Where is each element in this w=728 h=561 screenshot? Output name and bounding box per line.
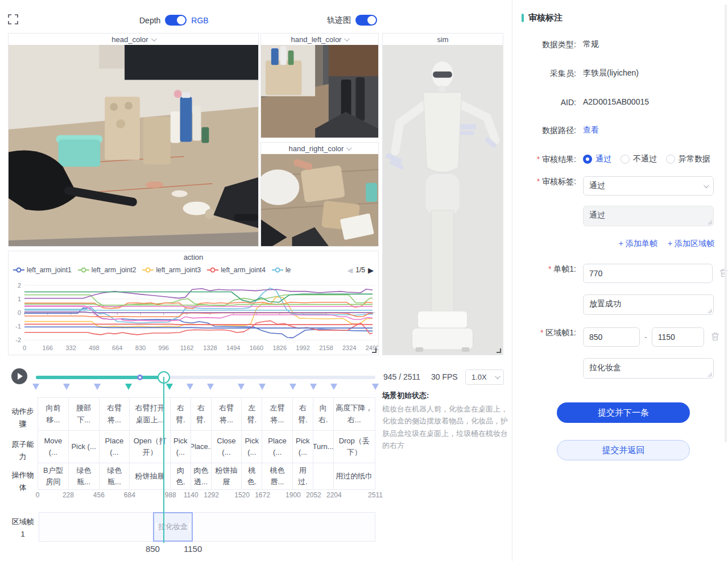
legend-item[interactable]: left_arm_joint1	[13, 266, 72, 274]
region-frame-note[interactable]: 拉化妆盒	[583, 358, 714, 379]
axis-tick-label: 1292	[204, 491, 219, 499]
review-tag-select[interactable]: 通过	[583, 176, 714, 196]
speed-select[interactable]: 1.0X	[465, 369, 504, 385]
segment-marker-icon[interactable]	[125, 384, 132, 390]
segment-marker-icon[interactable]	[207, 384, 214, 390]
segment-marker-icon[interactable]	[63, 384, 70, 390]
legend-prev-icon[interactable]: ◀	[347, 266, 353, 275]
legend-item[interactable]: left_arm_joint2	[78, 266, 136, 274]
add-single-frame-link[interactable]: + 添加单帧	[619, 239, 657, 249]
legend-item[interactable]: left_arm_joint4	[207, 266, 266, 274]
data-path-row: 数据路径: 查看	[522, 125, 728, 136]
segment-marker-icon[interactable]	[259, 384, 266, 390]
table-cell: 粉饼抽屉	[130, 463, 171, 489]
segment-marker-icon[interactable]	[289, 384, 296, 390]
review-tag-note-text: 通过	[589, 210, 605, 219]
table-cell: 绿色瓶...	[69, 463, 100, 489]
table-cell: Pick (...	[69, 431, 100, 463]
radio-option-通过[interactable]: 通过	[583, 154, 611, 164]
radio-icon	[583, 155, 592, 164]
slider-fill	[36, 376, 164, 379]
scrollbar[interactable]	[725, 5, 727, 442]
region-frame-label: 区域帧1:	[522, 327, 576, 338]
segment-marker-icon[interactable]	[310, 384, 317, 390]
radio-option-不通过[interactable]: 不通过	[621, 154, 657, 164]
table-cell: 肉色透...	[191, 463, 212, 489]
segment-marker-icon[interactable]	[187, 384, 193, 390]
segment-marker-icon[interactable]	[166, 384, 173, 390]
trajectory-label: 轨迹图	[327, 15, 351, 26]
depth-rgb-toggle[interactable]	[165, 15, 187, 26]
region-handle-left[interactable]	[156, 523, 157, 531]
viewer-panel: Depth RGB 轨迹图 head_color	[0, 0, 512, 561]
table-row-objects: B户型房间绿色瓶...绿色瓶...粉饼抽屉肉色.肉色透...粉饼抽屉桃色.桃色唇…	[38, 463, 375, 489]
playback-slider[interactable]	[36, 370, 375, 385]
data-type-value: 常规	[583, 39, 599, 49]
table-cell: 用过的纸巾	[334, 463, 375, 489]
legend-item[interactable]: le	[272, 266, 291, 274]
sim-title-text: sim	[437, 35, 448, 44]
region-bound-value: 1150	[184, 544, 202, 554]
head-camera-selector[interactable]: head_color	[9, 34, 258, 45]
segment-marker-icon[interactable]	[32, 384, 39, 390]
hand-left-camera-selector[interactable]: hand_left_color	[261, 34, 378, 45]
region-start-input[interactable]	[583, 327, 640, 347]
segment-markers	[0, 384, 398, 392]
trajectory-control: 轨迹图	[327, 15, 377, 26]
resize-grip-icon[interactable]	[707, 372, 712, 377]
segment-marker-icon[interactable]	[94, 384, 101, 390]
table-cell: 腰部下...	[69, 398, 100, 430]
review-panel-header: 审核标注	[522, 13, 728, 23]
resize-handle-icon[interactable]	[497, 348, 501, 353]
hand-right-camera-image	[261, 154, 378, 246]
trajectory-toggle[interactable]	[355, 15, 377, 26]
trash-icon[interactable]	[711, 332, 719, 343]
table-cell: Pick (...	[171, 431, 191, 463]
legend-item[interactable]: left_arm_joint3	[142, 266, 201, 274]
legend-next-icon[interactable]: ▶	[368, 266, 374, 275]
radio-label: 异常数据	[679, 154, 710, 164]
add-frame-links: + 添加单帧 + 添加区域帧	[522, 239, 728, 249]
submit-next-button[interactable]: 提交并下一条	[557, 402, 690, 423]
row-label-objects: 操作物体	[11, 469, 34, 494]
segment-marker-icon[interactable]	[372, 384, 379, 390]
region-end-input[interactable]	[652, 327, 704, 347]
camera-grid: head_color	[0, 33, 512, 361]
data-path-view-link[interactable]: 查看	[583, 125, 599, 135]
hand-right-camera-panel: hand_right_color	[260, 142, 379, 247]
add-region-frame-link[interactable]: + 添加区域帧	[668, 239, 714, 249]
region-frame-track: 拉化妆盒	[39, 512, 375, 542]
region-handle-right[interactable]	[189, 523, 190, 531]
table-cell: Drop（丢下）	[334, 431, 375, 463]
hand-right-camera-selector[interactable]: hand_right_color	[261, 143, 378, 154]
sim-title: sim	[383, 34, 503, 45]
single-frame-marker[interactable]	[137, 375, 143, 380]
chevron-down-icon	[704, 182, 709, 188]
table-cell: 左臂.	[242, 398, 262, 430]
single-frame-row: 单帧1:	[522, 264, 728, 283]
table-cell: 向前移...	[38, 398, 69, 430]
play-button[interactable]	[11, 368, 27, 384]
single-frame-note[interactable]: 放置成功	[583, 294, 714, 315]
region-frame-range: -	[583, 327, 704, 347]
fullscreen-icon[interactable]	[8, 14, 18, 24]
axis-tick-label: 2052	[306, 491, 321, 499]
radio-option-异常数据[interactable]: 异常数据	[666, 154, 710, 164]
review-tag-value: 通过	[589, 181, 605, 191]
table-cell: 高度下降，右...	[334, 398, 375, 430]
review-tag-note[interactable]: 通过	[583, 206, 714, 226]
review-tag-label: 审核标签:	[522, 176, 576, 187]
table-cell: 肉色.	[171, 463, 191, 489]
table-cell: Pick (...	[242, 431, 262, 463]
submit-return-button[interactable]: 提交并返回	[557, 440, 690, 460]
review-result-options: 通过不通过异常数据	[583, 154, 710, 164]
resize-handle-icon[interactable]	[372, 348, 377, 353]
region-frame-block[interactable]: 拉化妆盒	[153, 512, 193, 542]
sim-robot-view	[383, 45, 503, 355]
segment-marker-icon[interactable]	[238, 384, 245, 390]
single-frame-input[interactable]	[583, 264, 713, 283]
resize-grip-icon[interactable]	[707, 308, 712, 313]
svg-text:498: 498	[89, 344, 99, 351]
segment-marker-icon[interactable]	[330, 384, 337, 390]
resize-grip-icon[interactable]	[707, 219, 712, 225]
